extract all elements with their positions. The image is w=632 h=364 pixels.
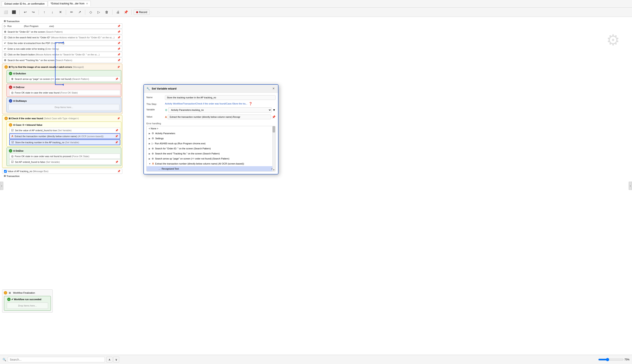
set-orderid-false-item[interactable]: ☑ Set AP orderid_found to false (Set Var… [9,159,120,164]
enter-nonvalid-pin[interactable]: 📌 [117,48,120,50]
dialog-variable-dropdown-icon[interactable]: ▼ [273,108,276,112]
do-always-collapse[interactable]: − [9,99,12,102]
dropdown-recognized-text[interactable]: ... Recognized Text ✓ [147,166,275,171]
zoom-slider[interactable] [598,358,623,361]
flow-button[interactable]: ↗ [76,9,83,16]
dialog-help-icon[interactable]: ❓ [249,102,252,105]
tab-2[interactable]: *Extract tracking No...der from × [48,1,91,6]
run-item[interactable]: ▷ Run (Run Program .exe) 📌 [2,24,122,29]
click-search-item[interactable]: ⊡ Click in the search field next to "Ord… [2,35,122,40]
search-container[interactable] [8,357,105,362]
dialog-close-button[interactable]: × [272,86,276,91]
trash-button[interactable]: 🗑 [103,9,110,16]
enter-nonvalid-item[interactable]: ↵ Enter a non-valid order id for testing… [2,46,122,52]
value-messagebox-item[interactable]: Value of AP tracking_no (Message Box) 📌 [2,169,122,174]
play-button[interactable]: ▷ [95,9,102,16]
try-group-header[interactable]: − ⊞ Try to find the image of no search r… [3,65,121,69]
enter-order-pin[interactable]: 📌 [117,42,120,45]
workflow-succeeded-header[interactable]: − ✔ Workflow run succeeded [6,297,49,302]
close-button[interactable]: ✕ [57,9,64,16]
search-tracking-pin[interactable]: 📌 [117,59,120,62]
extract-transaction-pin[interactable]: 📌 [115,135,118,138]
undo-button[interactable]: ↩ [22,9,29,16]
search-orderid-pin[interactable]: 📌 [117,30,120,33]
on-error-collapse[interactable]: − [9,86,12,89]
search-input[interactable] [10,358,103,361]
tab-2-close[interactable]: × [86,2,88,5]
wand-button[interactable]: ✏ [68,9,75,16]
scrollbar-thumb[interactable] [273,126,275,132]
on-error-label: ✕ OnError [13,86,25,89]
set-orderid-true-item[interactable]: ☑ Set the value of AP orderid_found to t… [9,128,120,133]
case-zero-header[interactable]: − ⊙ Case: 0 = Inbound Value [8,122,120,127]
click-search-btn-pin[interactable]: 📌 [117,53,120,56]
record-button[interactable]: Record [134,10,150,15]
search-tracking-dd-toggle: ▶ [149,152,150,155]
store-tracking-item[interactable]: ☑ Store the tracking number in the AP tr… [9,140,120,145]
set-orderid-false-pin[interactable]: 📌 [115,160,118,164]
up-button[interactable]: ↑ [41,9,48,16]
enter-order-label: Enter the order id extracted from the PD… [8,42,65,44]
value-messagebox-pin[interactable]: 📌 [117,170,120,173]
dialog-value-pin[interactable]: 📌 [272,115,276,118]
dialog-this-step-link[interactable]: Activity Workflow/Transaction/Check if t… [165,102,248,105]
do-action-collapse[interactable]: − [9,72,12,75]
set-orderid-true-label: Set the value of AP orderid_found to tru… [15,129,72,132]
dropdown-activity-params-label: Activity Parameters [155,132,175,134]
copy-button[interactable]: ⬜ [3,9,9,16]
diamond-button[interactable]: ◇ [87,9,94,16]
dropdown-list[interactable]: < None > ▶ ⚙ Activity Parameters ▶ ⚙ Set… [146,126,276,172]
right-expand-arrow[interactable]: › [629,182,632,190]
dropdown-run-as400[interactable]: ▶ ▷ Run AS/400 mock-up (Run Program chro… [147,141,275,146]
dropdown-activity-params[interactable]: ▶ ⚙ Activity Parameters [147,131,275,136]
print-button[interactable]: 🖨 [115,9,121,16]
set-orderid-true-pin[interactable]: 📌 [115,129,118,132]
value-messagebox-checkbox[interactable] [4,170,7,173]
enter-order-item[interactable]: ↵ Enter the order id extracted from the … [2,40,122,46]
scrollbar-down[interactable]: ▼ [273,168,275,171]
dropdown-search-arrow[interactable]: ▶ ⊕ Search arrow up "page" on screen (==… [147,156,275,161]
workflow-canvas[interactable]: ⚙ ⊞ Transaction ▷ Run (Run Program .exe)… [0,17,632,355]
force-ok-item[interactable]: ◎ Force OK state in case the order was f… [9,90,120,95]
nav-up-button[interactable]: ∧ [107,357,112,362]
finalization-collapse[interactable]: − [4,291,7,294]
tab-1[interactable]: Extract order ID fro...er confirmation [2,1,48,6]
paste-button[interactable]: ⬛ [11,9,17,16]
do-always-header[interactable]: − ⊙ DoAlways [8,98,120,103]
click-search-pin[interactable]: 📌 [117,36,120,39]
left-collapse-arrow[interactable]: ‹ [0,182,3,190]
dropdown-search-orderid[interactable]: ▶ ⊕ Search for "Order-ID: " on the scree… [147,146,275,151]
click-search-btn-item[interactable]: ⊡ Click on the Search button (Mouse Acti… [2,52,122,57]
do-action-header[interactable]: − ⊙ DoAction [8,71,120,76]
force-ok-notfound-item[interactable]: ◎ Force OK state in case order was not f… [9,154,120,159]
search-arrow-pin[interactable]: 📌 [115,78,118,80]
dialog-name-input[interactable] [165,95,276,100]
search-tracking-item[interactable]: ⊕ Search the word "Tracking No." on the … [2,58,122,63]
succeeded-collapse[interactable]: − [7,298,11,301]
pin-button[interactable]: 📌 [123,9,129,16]
check-order-collapse[interactable]: − [5,117,8,120]
search-arrow-item[interactable]: ⊕ Search arrow up "page" on screen (== o… [9,76,120,82]
store-tracking-pin[interactable]: 📌 [115,141,118,144]
case-zero-collapse[interactable]: − [9,123,12,126]
dropdown-scrollbar[interactable]: ▼ [272,126,275,171]
dialog-value-input[interactable] [168,114,271,119]
run-pin[interactable]: 📌 [117,25,120,28]
dropdown-search-tracking[interactable]: ▶ ⊕ Search the word "Tracking No." on th… [147,151,275,156]
search-orderid-item[interactable]: ⊕ Search for "Order-ID:" on the screen (… [2,29,122,34]
on-error-header[interactable]: − ✕ OnError [8,85,120,90]
nav-down-button[interactable]: ∨ [113,357,119,362]
extract-transaction-item[interactable]: A Extract the transaction number (direct… [9,133,120,139]
redo-button[interactable]: ↪ [30,9,37,16]
do-else-collapse[interactable]: − [9,149,12,152]
try-collapse-btn[interactable]: − [5,65,8,69]
dropdown-settings[interactable]: ▶ ⚙ Settings [147,136,275,141]
do-else-header[interactable]: − ⊙ DoElse [8,148,120,153]
do-always-drop-zone[interactable]: Drop Items here... [9,104,119,110]
dropdown-none[interactable]: < None > [147,126,275,131]
check-order-header[interactable]: − ⊞ Check if the order was found (Select… [3,116,121,121]
dialog-variable-select[interactable]: Activity Parameters.tracking_no [168,108,272,112]
dropdown-extract-ocr[interactable]: ▼ A Extract the transaction number (dire… [147,161,275,166]
down-button[interactable]: ↓ [49,9,56,16]
finalization-drop-zone[interactable]: Drop Items here... [7,302,48,309]
